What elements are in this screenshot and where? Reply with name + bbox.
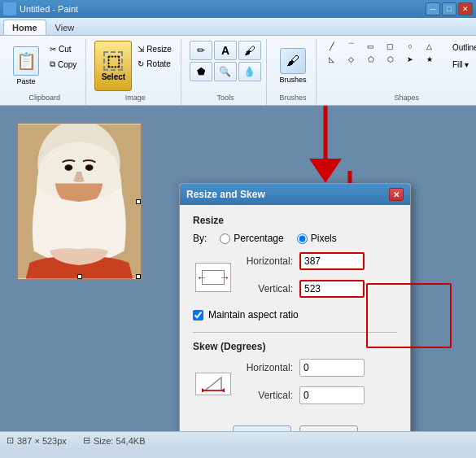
status-size: ⊟ Size: 54,4KB [83,435,146,446]
skew-vertical-label: Vertical: [240,390,293,401]
right-arrow-icon: → [219,271,230,284]
resize-handle-bm[interactable] [77,274,82,279]
outline-button[interactable]: Outline ▾ [448,41,476,55]
horizontal-resize-icon: ← → [195,263,231,292]
line-shape[interactable]: ╱ [325,41,339,52]
arrow-shape[interactable]: ➤ [403,54,417,65]
paste-button[interactable]: 📋 Paste [8,41,44,91]
copy-label: Copy [58,60,76,69]
size-text: Size: 54,4KB [94,436,146,446]
shapes-group-label: Shapes [394,94,419,103]
resize-skew-dialog: Resize and Skew ✕ Resize By: Percentage … [179,183,411,431]
skew-vertical-row: Vertical: [240,386,365,404]
maintain-aspect-label: Maintain aspect ratio [208,309,299,321]
pixels-radio[interactable] [297,233,308,244]
maximize-button[interactable]: □ [442,2,456,15]
app-icon [3,2,16,15]
horizontal-input[interactable] [299,252,365,270]
tab-home[interactable]: Home [3,20,46,35]
tools-row1: ✏ A 🖌 [190,41,261,60]
copy-button[interactable]: ⧉ Copy [46,57,81,72]
maintain-aspect-row: Maintain aspect ratio [193,309,397,321]
ribbon-group-shapes: ╱ ⌒ ▭ ▢ ○ △ ◺ ◇ ⬠ ⬡ ➤ ★ Outline ▾ Fill ▾… [320,39,476,105]
diamond-shape[interactable]: ◇ [344,54,359,65]
cut-label: Cut [59,45,72,54]
paste-icon: 📋 [13,46,39,76]
tab-view[interactable]: View [46,20,84,35]
tools-row2: ⬟ 🔍 💧 [190,62,261,81]
cancel-button[interactable]: Cancel [299,425,358,431]
ok-button[interactable]: OK [233,425,291,431]
size-icon: ⊟ [83,435,90,446]
left-arrow-icon: ← [196,271,207,284]
brushes-group-label: Brushes [279,94,306,103]
tools-group-label: Tools [216,94,234,103]
rect-shape[interactable]: ▭ [364,41,378,52]
triangle-shape[interactable]: △ [422,41,437,52]
maintain-aspect-checkbox[interactable] [193,310,203,321]
percentage-radio[interactable] [220,233,230,244]
rotate-button[interactable]: ↻ Rotate [133,57,176,71]
skew-h-icon [195,373,231,395]
resize-icon: ⇲ [138,45,144,54]
status-dimensions: ⊡ 387 × 523px [7,435,67,446]
ribbon-group-image: ⬚ Select ⇲ Resize ↻ Rotate Image [90,39,181,105]
title-bar: Untitled - Paint ─ □ ✕ [0,0,476,18]
ribbon: 📋 Paste ✂ Cut ⧉ Copy Clipboard ⬚ Select [0,36,476,106]
cut-button[interactable]: ✂ Cut [46,42,81,56]
resize-button[interactable]: ⇲ Resize [133,42,176,56]
ribbon-group-tools: ✏ A 🖌 ⬟ 🔍 💧 Tools [185,39,267,105]
rotate-label: Rotate [146,59,170,68]
svg-point-6 [87,166,92,170]
select-label: Select [102,72,125,81]
brushes-icon: 🖌 [280,48,306,74]
copy-icon: ⧉ [50,59,55,69]
skew-section-title: Skew (Degrees) [193,341,397,352]
skew-horizontal-label: Horizontal: [240,362,293,373]
scissors-icon: ✂ [50,45,56,54]
vertical-input[interactable] [299,280,365,298]
magnifier-tool[interactable]: 🔍 [214,62,237,81]
status-bar: ⊡ 387 × 523px ⊟ Size: 54,4KB [0,431,476,449]
skew-icons [193,373,234,395]
brushes-content: 🖌 Brushes [275,41,311,94]
fill-tool[interactable]: ⬟ [190,62,212,81]
vertical-field-row: Vertical: [240,280,365,298]
percentage-radio-item[interactable]: Percentage [220,233,283,244]
ellipse-shape[interactable]: ○ [403,41,417,52]
pixels-label: Pixels [311,233,337,244]
resize-fields-container: ← → Horizontal: Vertical: [193,252,397,303]
text-tool[interactable]: A [214,41,237,60]
curve-shape[interactable]: ⌒ [344,41,359,52]
pixels-radio-item[interactable]: Pixels [297,233,337,244]
image-group-label: Image [125,94,146,103]
minimize-button[interactable]: ─ [426,2,440,15]
resize-icon-box: ← → [202,270,225,285]
canvas-area[interactable]: Resize and Skew ✕ Resize By: Percentage … [0,106,476,431]
photo-image [18,124,141,279]
skew-horizontal-input[interactable] [299,359,365,377]
star-shape[interactable]: ★ [422,54,437,65]
fill-button[interactable]: Fill ▾ [448,58,476,72]
resize-section-title: Resize [193,215,397,226]
resize-handle-mr[interactable] [136,199,141,204]
paint-tool[interactable]: 🖌 [238,41,261,60]
brushes-button[interactable]: 🖌 Brushes [275,41,311,91]
skew-vertical-input[interactable] [299,386,365,404]
eyedropper-tool[interactable]: 💧 [238,62,261,81]
rotate-icon: ↻ [138,59,144,68]
shapes-content: ╱ ⌒ ▭ ▢ ○ △ ◺ ◇ ⬠ ⬡ ➤ ★ Outline ▾ Fill ▾ [325,41,476,94]
hexagon-shape[interactable]: ⬡ [383,54,398,65]
clipboard-content: 📋 Paste ✂ Cut ⧉ Copy [8,41,81,94]
paste-label: Paste [16,77,35,85]
svg-marker-10 [205,377,221,390]
pencil-tool[interactable]: ✏ [190,41,212,60]
select-button[interactable]: ⬚ Select [94,41,132,91]
window-close-button[interactable]: ✕ [458,2,473,15]
rounded-rect-shape[interactable]: ▢ [383,41,398,52]
resize-handle-br[interactable] [136,274,141,279]
by-label-row: By: Percentage Pixels [193,233,397,244]
pentagon-shape[interactable]: ⬠ [364,54,378,65]
right-triangle-shape[interactable]: ◺ [325,54,339,65]
dialog-close-button[interactable]: ✕ [389,188,404,201]
